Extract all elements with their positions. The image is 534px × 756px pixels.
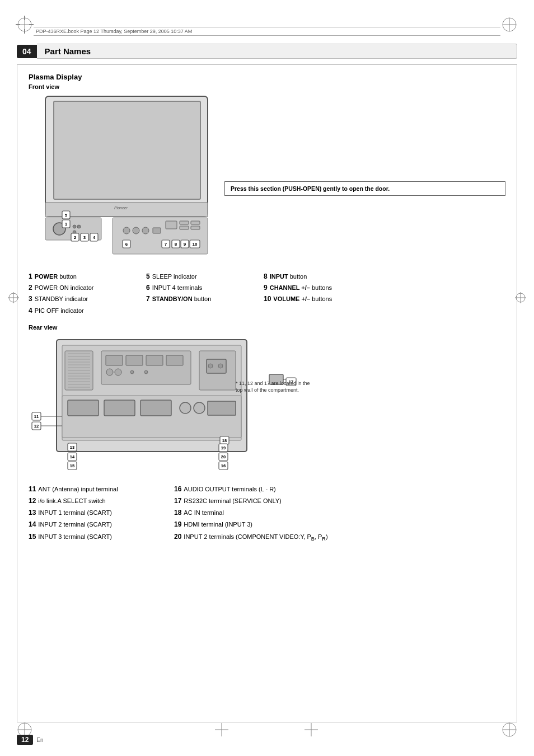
rear-part-14: 14 INPUT 2 terminal (SCART) [29,519,163,530]
svg-text:14: 14 [70,454,75,459]
front-part-4: 4 PIC OFF indicator [29,306,140,316]
section-title: Part Names [37,44,517,59]
svg-text:10: 10 [193,242,198,247]
svg-point-83 [218,364,223,368]
rear-part-19: 19 HDMI terminal (INPUT 3) [174,519,505,530]
rear-part-11: 11 ANT (Antenna) input terminal [29,484,163,495]
front-part-8: 8 INPUT button [264,271,376,282]
front-part-10: 10 VOLUME +/– buttons [264,294,376,304]
svg-point-36 [123,227,130,234]
reg-mark-bottom-center-right [302,721,320,740]
rear-diagram-area: 11 12 17 18 [29,334,505,480]
svg-text:15: 15 [70,463,74,468]
page-lang: En [36,737,43,743]
plasma-display-title: Plasma Display [29,73,505,81]
page-number-box: 12 [17,735,33,745]
front-diagram-area: Pioneer 1 5 [29,93,505,267]
svg-point-76 [106,369,113,375]
section-number: 04 [17,45,37,58]
rear-view-section: Rear view [29,324,505,543]
reg-mark-top-right [500,16,518,35]
rear-part-15: 15 INPUT 3 terminal (SCART) [29,532,163,543]
svg-rect-73 [126,355,143,365]
front-part-7: 7 STANDBY/ON button [146,294,258,304]
tv-rear-diagram: 11 12 17 18 [29,334,308,480]
svg-point-37 [133,227,139,234]
svg-text:18: 18 [222,438,227,443]
svg-rect-86 [104,400,135,416]
rear-parts-list: 11 ANT (Antenna) input terminal 16 AUDIO… [29,484,505,543]
front-part-1: 1 POWER button [29,271,140,282]
front-part-5: 5 SLEEP indicator [146,271,258,282]
top-header: PDP-436RXE.book Page 12 Thursday, Septem… [34,27,500,36]
svg-point-23 [77,225,81,228]
main-content: Plasma Display Front view Pioneer [17,64,517,722]
page-footer: 12 En [17,735,44,745]
svg-point-77 [115,369,121,375]
tv-front-svg: Pioneer 1 5 [29,93,219,267]
svg-rect-4 [29,24,34,25]
rear-part-16: 16 AUDIO OUTPUT terminals (L - R) [174,484,505,495]
front-part-2: 2 POWER ON indicator [29,283,140,293]
svg-text:12: 12 [34,424,39,429]
svg-point-79 [144,370,148,374]
svg-text:13: 13 [70,445,74,450]
svg-point-89 [194,402,205,414]
rear-part-18: 18 AC IN terminal [174,508,505,518]
rear-part-20: 20 INPUT 2 terminals (COMPONENT VIDEO:Y,… [174,532,505,543]
svg-rect-72 [106,355,123,365]
rear-part-13: 13 INPUT 1 terminal (SCART) [29,508,163,518]
svg-rect-41 [180,221,189,224]
front-view-section: Front view Pioneer [29,83,505,316]
svg-rect-44 [191,226,200,229]
svg-text:7: 7 [165,242,167,247]
svg-text:1: 1 [65,222,68,227]
tv-rear-svg: 11 12 17 18 [29,334,308,480]
tv-front-diagram: Pioneer 1 5 [29,93,219,267]
svg-rect-40 [166,221,177,229]
section-header: 04 Part Names [17,44,517,59]
svg-text:8: 8 [175,242,177,247]
svg-text:16: 16 [221,463,226,468]
push-open-notice: Press this section (PUSH-OPEN) gently to… [224,181,505,196]
rear-note: * 11, 12 and 17 are located in the top w… [236,380,314,394]
svg-rect-6 [24,29,25,34]
svg-text:4: 4 [93,235,96,240]
svg-text:19: 19 [221,445,226,450]
front-part-6: 6 INPUT 4 terminals [146,283,258,293]
svg-text:5: 5 [65,213,68,218]
svg-rect-42 [180,226,189,229]
svg-rect-74 [146,355,163,365]
svg-text:20: 20 [221,454,226,459]
svg-text:9: 9 [184,242,186,247]
svg-rect-85 [68,400,99,416]
svg-text:3: 3 [83,235,86,240]
rear-part-17: 17 RS232C terminal (SERVICE ONLY) [174,496,505,506]
svg-rect-75 [166,355,183,365]
svg-text:Pioneer: Pioneer [114,206,128,210]
svg-rect-43 [191,221,200,224]
reg-mark-bottom-center-left [213,721,231,740]
svg-rect-5 [24,16,25,20]
svg-point-82 [208,364,213,368]
svg-rect-87 [140,400,171,416]
reg-mark-bottom-right [500,721,518,740]
svg-point-38 [142,227,149,234]
front-part-3: 3 STANDBY indicator [29,294,140,304]
svg-rect-17 [54,101,200,199]
rear-part-12: 12 i/o link.A SELECT switch [29,496,163,506]
rear-view-label: Rear view [29,324,505,331]
svg-text:11: 11 [34,414,39,419]
front-parts-list: 1 POWER button 5 SLEEP indicator 8 INPUT… [29,271,505,316]
reg-mark-top-left [16,16,34,35]
svg-rect-3 [16,24,20,25]
svg-point-22 [73,225,76,228]
svg-text:2: 2 [74,235,77,240]
svg-point-78 [130,370,134,374]
svg-text:6: 6 [125,242,128,247]
svg-rect-39 [153,228,161,233]
front-part-9: 9 CHANNEL +/– buttons [264,283,376,293]
front-view-label: Front view [29,83,505,90]
svg-point-88 [180,402,191,414]
svg-rect-90 [208,401,236,415]
